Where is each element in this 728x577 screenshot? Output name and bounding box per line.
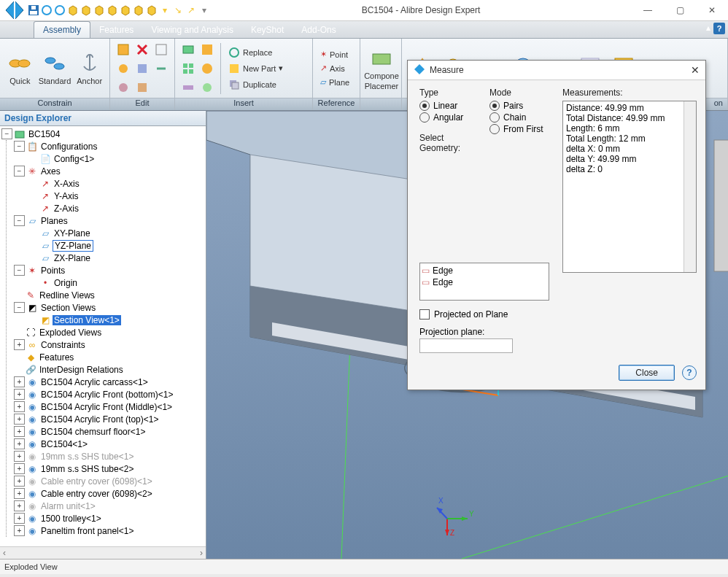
tree-toggle[interactable]: +	[14, 488, 25, 499]
tree-points[interactable]: Points	[39, 266, 66, 276]
cube7-icon[interactable]	[146, 4, 158, 16]
tree-axes[interactable]: Axes	[39, 166, 62, 177]
save-icon[interactable]	[28, 4, 39, 16]
projected-checkbox[interactable]: Projected on Plane	[419, 309, 697, 320]
cube6-icon[interactable]	[133, 4, 144, 16]
tree-xaxis[interactable]: X-Axis	[53, 179, 81, 189]
tab-features[interactable]: Features	[90, 22, 142, 38]
tree-toggle[interactable]: −	[14, 302, 25, 313]
tab-addons[interactable]: Add-Ons	[293, 22, 344, 38]
tree-yz[interactable]: YZ-Plane	[53, 240, 93, 252]
measurements-list[interactable]: Distance: 49.99 mm Total Distance: 49.99…	[562, 101, 697, 273]
tree-toggle[interactable]: +	[14, 389, 25, 400]
insert-btn5[interactable]	[179, 79, 197, 96]
tree-constraints[interactable]: Constraints	[39, 340, 87, 350]
edit-delete-icon[interactable]	[133, 41, 151, 58]
tab-keyshot[interactable]: KeyShot	[242, 22, 293, 38]
explorer-tree[interactable]: −BC1504 −📋Configurations 📄Config<1> −✳Ax…	[0, 126, 206, 546]
minimize-button[interactable]: —	[632, 0, 664, 20]
maximize-button[interactable]: ▢	[664, 0, 696, 20]
edit-btn1[interactable]	[115, 41, 132, 58]
tree-origin[interactable]: Origin	[53, 278, 79, 288]
radio-linear[interactable]: Linear	[419, 101, 481, 111]
component-placement-button[interactable]: ComponePlacemer	[365, 47, 398, 90]
insert-btn1[interactable]	[179, 41, 197, 58]
standard-constrain-button[interactable]: Standard	[39, 52, 71, 85]
tree-root[interactable]: BC1504	[27, 129, 61, 139]
radio-angular[interactable]: Angular	[419, 112, 481, 123]
tree-toggle[interactable]: −	[14, 141, 25, 152]
insert-btn6[interactable]	[198, 79, 216, 96]
tree-features[interactable]: Features	[38, 352, 75, 363]
edit-btn7[interactable]	[115, 79, 132, 96]
ref-point-button[interactable]: ✶Point	[317, 49, 352, 60]
minimize-ribbon-icon[interactable]: ▴	[706, 23, 710, 34]
tree-toggle[interactable]: +	[14, 476, 25, 487]
tree-toggle[interactable]: +	[14, 451, 25, 462]
insert-btn2[interactable]	[198, 41, 216, 58]
tree-toggle[interactable]: +	[14, 414, 25, 425]
duplicate-button[interactable]: Duplicate	[225, 78, 286, 91]
tree-toggle[interactable]: +	[14, 339, 25, 350]
tree-redline[interactable]: Redline Views	[38, 290, 96, 301]
tree-interdesign[interactable]: InterDesign Relations	[38, 365, 125, 375]
dialog-close-icon[interactable]: ✕	[691, 64, 700, 76]
anchor-button[interactable]: Anchor	[74, 52, 105, 85]
edit-btn6[interactable]	[152, 60, 170, 77]
ref-axis-button[interactable]: ↗Axis	[317, 63, 352, 74]
tree-xy[interactable]: XY-Plane	[53, 228, 92, 239]
tree-zx[interactable]: ZX-Plane	[53, 253, 92, 263]
cube1-icon[interactable]	[67, 4, 79, 16]
edit-btn4[interactable]	[115, 60, 132, 77]
radio-chain[interactable]: Chain	[489, 112, 554, 123]
tree-toggle[interactable]: +	[14, 438, 25, 449]
tree-sectionviews[interactable]: Section Views	[39, 303, 97, 313]
tree-config1[interactable]: Config<1>	[53, 154, 96, 164]
close-window-button[interactable]: ✕	[696, 0, 728, 20]
tree-part[interactable]: Cable entry cover (6098)<2>	[39, 489, 154, 499]
tree-toggle[interactable]: +	[14, 376, 25, 387]
tree-part[interactable]: 19mm s.s SHS tube<2>	[39, 464, 135, 474]
cube5-icon[interactable]	[120, 4, 131, 16]
tree-part[interactable]: Paneltim front panel<1>	[39, 526, 135, 536]
tree-part[interactable]: 19mm s.s SHS tube<1>	[39, 452, 135, 462]
tree-zaxis[interactable]: Z-Axis	[53, 204, 80, 214]
tree-yaxis[interactable]: Y-Axis	[53, 191, 80, 201]
radio-pairs[interactable]: Pairs	[489, 101, 554, 111]
tree-toggle[interactable]: +	[14, 426, 25, 437]
tab-assembly[interactable]: Assembly	[34, 21, 90, 38]
cube3-icon[interactable]	[93, 4, 105, 16]
tree-exploded[interactable]: Exploded Views	[38, 328, 103, 338]
insert-btn4[interactable]	[198, 60, 216, 77]
replace-button[interactable]: Replace	[225, 46, 286, 59]
edit-btn8[interactable]	[133, 79, 151, 96]
tree-toggle[interactable]: −	[14, 166, 25, 177]
tree-part[interactable]: BC1504 Acrylic Front (Middle)<1>	[39, 402, 174, 412]
qat-more-icon[interactable]: ▾	[198, 4, 210, 16]
undo-icon[interactable]	[41, 4, 53, 16]
close-button[interactable]: Close	[619, 365, 675, 381]
projection-plane-input[interactable]	[419, 338, 513, 353]
tree-part[interactable]: 1500 trolley<1>	[39, 514, 103, 524]
edit-btn3[interactable]	[152, 41, 170, 58]
dialog-help-icon[interactable]: ?	[682, 365, 697, 380]
tree-part[interactable]: Cable entry cover (6098)<1>	[39, 476, 154, 487]
tree-part[interactable]: BC1504 Acrylic Front (bottom)<1>	[39, 390, 174, 400]
arrow2-icon[interactable]: ↗	[185, 4, 197, 16]
tree-toggle[interactable]: +	[14, 513, 25, 524]
measurements-scrollbar[interactable]	[684, 101, 696, 272]
insert-btn3[interactable]	[179, 60, 197, 77]
geom-edge1[interactable]: Edge	[433, 266, 453, 276]
radio-fromfirst[interactable]: From First	[489, 124, 554, 134]
tree-part[interactable]: BC1504 Acrylic Front (top)<1>	[39, 414, 160, 425]
tree-configurations[interactable]: Configurations	[39, 142, 98, 152]
help-icon[interactable]: ?	[713, 23, 725, 34]
cube4-icon[interactable]	[107, 4, 118, 16]
geom-edge2[interactable]: Edge	[433, 277, 453, 287]
tree-part[interactable]: BC1504<1>	[39, 439, 89, 449]
ref-plane-button[interactable]: ▱Plane	[317, 77, 352, 88]
tree-toggle[interactable]: −	[1, 128, 12, 139]
tree-toggle[interactable]: +	[14, 525, 25, 536]
explorer-hscroll[interactable]: ‹›	[0, 546, 206, 559]
redo-icon[interactable]	[54, 4, 66, 16]
